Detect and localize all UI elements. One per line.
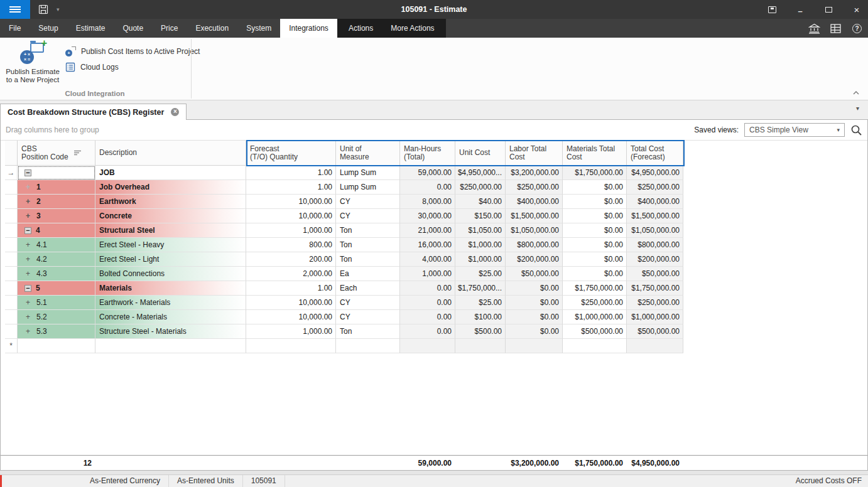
grid-cell-unit[interactable]: $1,000.00 — [455, 252, 506, 267]
grid-cell-mh[interactable]: 0.00 — [400, 310, 455, 324]
grid-cell-labor[interactable]: $3,200,000.00 — [506, 166, 563, 180]
grid-cell-qty[interactable]: 2,000.00 — [246, 267, 336, 281]
grid-cell-total[interactable]: $4,950,000.00 — [627, 166, 683, 180]
grid-cell-code[interactable]: +4.1 — [18, 238, 95, 252]
grid-cell-mat[interactable]: $0.00 — [563, 209, 627, 223]
grid-cell-desc[interactable]: Bolted Connections — [95, 267, 246, 281]
expand-icon[interactable]: + — [24, 183, 32, 191]
grid-cell-mh[interactable]: 21,000.00 — [400, 223, 455, 238]
column-header-uom[interactable]: Unit of Measure — [336, 141, 400, 166]
grid-cell-total[interactable]: $1,750,000.00 — [627, 281, 683, 296]
grid-cell-code[interactable]: +5.2 — [18, 310, 95, 324]
grid-cell-qty[interactable]: 10,000.00 — [246, 195, 336, 209]
close-button[interactable]: × — [852, 4, 862, 14]
grid-cell-unit[interactable]: $150.00 — [455, 209, 506, 223]
grid-cell-unit[interactable]: $100.00 — [455, 310, 506, 324]
grid-cell-desc[interactable]: Erect Steel - Heavy — [95, 238, 246, 252]
grid-cell-mat[interactable]: $500,000.00 — [563, 324, 627, 339]
column-header-desc[interactable]: Description — [95, 141, 246, 166]
publish-cost-items-button[interactable]: + Publish Cost Items to Active Project — [65, 43, 200, 59]
grid-cell-uom[interactable]: Each — [336, 281, 400, 296]
grid-cell-total[interactable]: $250,000.00 — [627, 180, 683, 195]
grid-cell-labor[interactable]: $0.00 — [506, 324, 563, 339]
grid-cell-code[interactable]: − — [18, 166, 95, 180]
ribbon-collapse-button[interactable] — [850, 88, 862, 97]
grid-cell-total[interactable]: $200,000.00 — [627, 252, 683, 267]
ribbon-tab-setup[interactable]: Setup — [30, 19, 67, 38]
grid-cell-mh[interactable] — [400, 339, 455, 353]
grid-cell-code[interactable]: +1 — [18, 180, 95, 195]
grid-cell-total[interactable]: $1,500,000.00 — [627, 209, 683, 223]
expand-icon[interactable]: + — [24, 197, 32, 206]
grid-cell-qty[interactable]: 1.00 — [246, 281, 336, 296]
tab-cbs-register[interactable]: Cost Breakdown Structure (CBS) Register … — [0, 104, 187, 120]
grid-view-icon[interactable] — [830, 23, 842, 35]
expand-icon[interactable]: + — [24, 240, 32, 249]
grid-cell-unit[interactable]: $1,000.00 — [455, 238, 506, 252]
grid-cell-desc[interactable] — [95, 339, 246, 353]
help-button[interactable]: ? — [851, 23, 863, 35]
status-item-2[interactable]: 105091 — [243, 475, 285, 487]
grid-cell-qty[interactable]: 200.00 — [246, 252, 336, 267]
grid-cell-mat[interactable]: $0.00 — [563, 195, 627, 209]
grid-cell-uom[interactable]: CY — [336, 310, 400, 324]
search-button[interactable] — [850, 124, 862, 136]
grid-cell-total[interactable]: $50,000.00 — [627, 267, 683, 281]
status-item-1[interactable]: As-Entered Units — [169, 475, 243, 487]
grid-cell-uom[interactable]: Ton — [336, 223, 400, 238]
grid-cell-labor[interactable]: $250,000.00 — [506, 180, 563, 195]
grid-cell-unit[interactable] — [455, 339, 506, 353]
grid-cell-code[interactable]: −5 — [18, 281, 95, 296]
popout-button[interactable] — [767, 4, 777, 14]
grid-cell-uom[interactable]: CY — [336, 296, 400, 310]
grid-cell-mat[interactable]: $0.00 — [563, 267, 627, 281]
ribbon-tab-more-actions[interactable]: More Actions — [382, 19, 443, 38]
grid-cell-mh[interactable]: 59,000.00 — [400, 166, 455, 180]
grid-cell-mat[interactable]: $1,000,000.00 — [563, 310, 627, 324]
grid-cell-unit[interactable]: $500.00 — [455, 324, 506, 339]
grid-cell-labor[interactable]: $1,050,000.00 — [506, 223, 563, 238]
grid-cell-desc[interactable]: JOB — [95, 166, 246, 180]
grid-cell-uom[interactable]: Ea — [336, 267, 400, 281]
grid-cell-labor[interactable]: $400,000.00 — [506, 195, 563, 209]
ribbon-tab-quote[interactable]: Quote — [114, 19, 152, 38]
grid-cell-desc[interactable]: Structure Steel - Materials — [95, 324, 246, 339]
grid-cell-qty[interactable]: 1.00 — [246, 180, 336, 195]
grid-cell-uom[interactable]: Ton — [336, 238, 400, 252]
grid-cell-labor[interactable] — [506, 339, 563, 353]
grid-cell-mh[interactable]: 0.00 — [400, 296, 455, 310]
collapse-icon[interactable]: − — [24, 285, 31, 292]
grid-cell-unit[interactable]: $1,050.00 — [455, 223, 506, 238]
grid-cell-mh[interactable]: 4,000.00 — [400, 252, 455, 267]
expand-icon[interactable]: + — [24, 327, 32, 336]
grid-cell-total[interactable]: $1,000,000.00 — [627, 310, 683, 324]
ribbon-tab-execution[interactable]: Execution — [187, 19, 237, 38]
grid-cell-qty[interactable]: 1.00 — [246, 166, 336, 180]
grid-cell-qty[interactable]: 10,000.00 — [246, 209, 336, 223]
expand-icon[interactable]: + — [24, 211, 32, 220]
grid-cell-total[interactable] — [627, 339, 683, 353]
collapse-icon[interactable]: − — [24, 227, 31, 234]
grid-cell-total[interactable]: $500,000.00 — [627, 324, 683, 339]
grid-cell-mh[interactable]: 1,000.00 — [400, 267, 455, 281]
column-header-total[interactable]: Total Cost (Forecast) — [627, 141, 683, 166]
grid-cell-labor[interactable]: $800,000.00 — [506, 238, 563, 252]
grid-cell-code[interactable]: +5.1 — [18, 296, 95, 310]
minimize-button[interactable]: – — [795, 4, 805, 14]
grid-cell-mat[interactable]: $0.00 — [563, 238, 627, 252]
status-item-0[interactable]: As-Entered Currency — [82, 475, 169, 487]
publish-estimate-button[interactable]: + + ×× = Publish Estimate to a New Proje… — [4, 41, 62, 84]
grid-cell-total[interactable]: $400,000.00 — [627, 195, 683, 209]
grid-cell-unit[interactable]: $4,950,000... — [455, 166, 506, 180]
collapse-icon[interactable]: − — [24, 169, 31, 176]
grid-cell-uom[interactable]: Ton — [336, 252, 400, 267]
grid-cell-mat[interactable]: $1,750,000.00 — [563, 166, 627, 180]
grid-cell-mat[interactable]: $0.00 — [563, 252, 627, 267]
grid-cell-mh[interactable]: 0.00 — [400, 281, 455, 296]
grid-cell-desc[interactable]: Job Overhead — [95, 180, 246, 195]
grid-cell-desc[interactable]: Materials — [95, 281, 246, 296]
grid-cell-qty[interactable]: 800.00 — [246, 238, 336, 252]
grid-cell-qty[interactable]: 10,000.00 — [246, 296, 336, 310]
grid-cell-mh[interactable]: 0.00 — [400, 180, 455, 195]
column-header-code[interactable]: CBS Position Code — [18, 141, 95, 166]
